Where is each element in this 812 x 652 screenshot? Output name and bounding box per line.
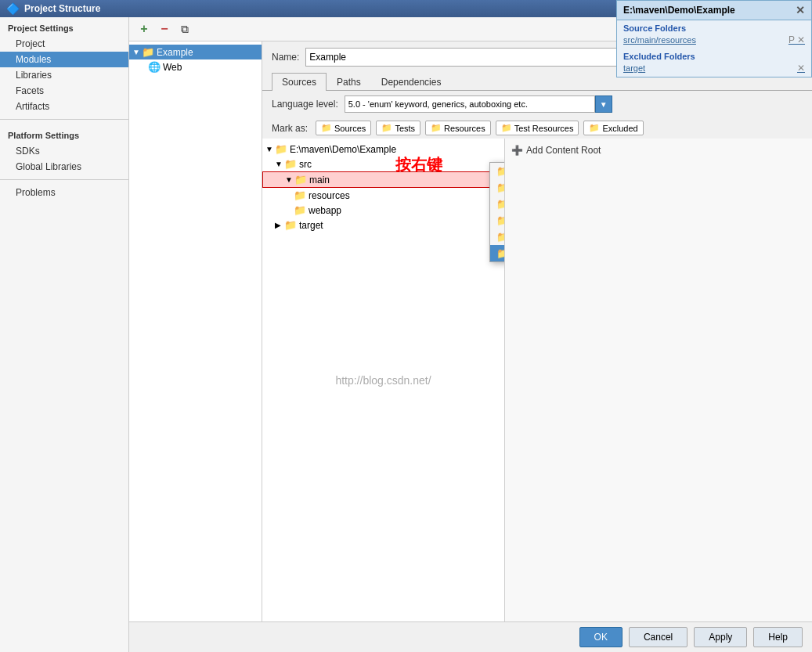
folder-icon-webapp: 📁	[294, 204, 306, 216]
project-settings-label: Project Settings	[0, 17, 128, 36]
ctx-resources-icon: 📁	[496, 198, 505, 210]
sidebar-item-facets[interactable]: Facets	[0, 83, 128, 99]
folder-icon-target: 📁	[284, 219, 297, 231]
test-resources-icon: 📁	[501, 123, 512, 133]
ctx-tests-icon: 📁	[496, 182, 505, 193]
tests-icon: 📁	[381, 123, 392, 133]
sidebar-item-artifacts[interactable]: Artifacts	[0, 99, 128, 114]
content-area: + − ⧉ ▼ 📁 Example 🌐 Web	[129, 17, 812, 652]
tree-item-src[interactable]: ▼ 📁 src	[262, 157, 504, 171]
name-label: Name:	[272, 52, 299, 63]
folder-icon: 📁	[142, 46, 154, 58]
remove-button[interactable]: −	[156, 20, 173, 38]
tree-item-webapp[interactable]: 📁 webapp	[262, 203, 504, 218]
tree-label-example: Example	[157, 47, 193, 58]
bottom-bar: OK Cancel Apply Help	[129, 621, 812, 652]
sources-icon: 📁	[321, 123, 332, 133]
details-panel: Name: Sources Paths Dependencies Languag…	[262, 41, 812, 621]
info-panel: ➕ Add Content Root E:\maven\Demo\Example…	[505, 139, 812, 621]
help-button[interactable]: Help	[753, 627, 803, 647]
ctx-resources[interactable]: 📁 Resources	[490, 196, 505, 212]
ctx-excluded-icon: 📁	[496, 231, 505, 243]
ctx-sources-icon: 📁	[496, 165, 505, 177]
ctx-sources[interactable]: 📁 Sources Alt+S	[490, 163, 505, 179]
tree-item-web[interactable]: 🌐 Web	[129, 59, 262, 74]
ctx-test-resources[interactable]: 📁 Test Resources	[490, 212, 505, 229]
main-container: Project Settings Project Modules Librari…	[0, 17, 812, 652]
folder-icon-main: 📁	[294, 174, 307, 186]
arrow-icon: ▼	[265, 145, 275, 153]
file-tree-area: ▼ 📁 E:\maven\Demo\Example ▼ 📁 src ▼	[262, 139, 505, 621]
language-level-dropdown-btn[interactable]: ▼	[595, 95, 612, 113]
tree-item-example[interactable]: ▼ 📁 Example	[129, 45, 262, 59]
language-level-label: Language level:	[272, 99, 338, 110]
platform-settings-label: Platform Settings	[0, 124, 128, 143]
sidebar: Project Settings Project Modules Librari…	[0, 17, 129, 652]
label-resources: resources	[309, 190, 350, 201]
add-content-root-text: Add Content Root	[526, 145, 601, 156]
tree-arrow: ▼	[132, 48, 142, 56]
tree-item-resources[interactable]: 📁 resources	[262, 188, 504, 203]
sidebar-divider	[0, 119, 128, 120]
sidebar-item-libraries[interactable]: Libraries	[0, 67, 128, 83]
ok-button[interactable]: OK	[579, 627, 623, 647]
arrow-icon: ▶	[275, 221, 284, 229]
title-bar-text: Project Structure	[24, 3, 100, 14]
mark-excluded-button[interactable]: 📁 Excluded	[583, 121, 643, 135]
ctx-excluded[interactable]: 📁 Excluded Alt+E	[490, 229, 505, 245]
split-pane: ▼ 📁 Example 🌐 Web Name: Sources	[129, 41, 812, 621]
arrow-icon: ▼	[275, 160, 284, 168]
cancel-button[interactable]: Cancel	[629, 627, 687, 647]
label-main: main	[309, 175, 330, 186]
mark-test-resources-button[interactable]: 📁 Test Resources	[496, 121, 579, 135]
app-icon: 🔷	[6, 2, 20, 15]
resources-icon: 📁	[431, 123, 442, 133]
sidebar-item-modules[interactable]: Modules	[0, 52, 128, 67]
sidebar-divider-2	[0, 179, 128, 180]
mark-resources-button[interactable]: 📁 Resources	[425, 121, 491, 135]
mark-as-label: Mark as:	[272, 123, 308, 134]
ctx-newfoldr-icon: 📁	[496, 247, 505, 259]
module-tree-panel: ▼ 📁 Example 🌐 Web	[129, 41, 262, 621]
tree-label-web: Web	[163, 62, 182, 73]
tree-item-root-path[interactable]: ▼ 📁 E:\maven\Demo\Example	[262, 142, 504, 157]
mark-tests-button[interactable]: 📁 Tests	[376, 121, 420, 135]
context-menu: 📁 Sources Alt+S 📁 Tests Alt+T	[489, 162, 505, 262]
excluded-icon: 📁	[589, 123, 600, 133]
language-level-select-wrap: ▼	[345, 95, 612, 113]
tree-item-target[interactable]: ▶ 📁 target	[262, 218, 504, 232]
apply-button[interactable]: Apply	[694, 627, 747, 647]
language-level-row: Language level: ▼	[262, 91, 812, 117]
tab-sources[interactable]: Sources	[272, 73, 327, 91]
ctx-new-folder[interactable]: 📁 New Folder...	[490, 245, 505, 261]
sidebar-item-global-libraries[interactable]: Global Libraries	[0, 159, 128, 175]
add-content-root-icon: ➕	[511, 145, 523, 156]
label-src: src	[299, 159, 312, 170]
folder-icon-resources: 📁	[294, 189, 306, 201]
label-target: target	[299, 220, 323, 231]
mark-as-row: Mark as: 📁 Sources 📁 Tests 📁 Resources	[262, 117, 812, 139]
bottom-split: ▼ 📁 E:\maven\Demo\Example ▼ 📁 src ▼	[262, 139, 812, 621]
tab-dependencies[interactable]: Dependencies	[371, 73, 452, 91]
sidebar-item-sdks[interactable]: SDKs	[0, 143, 128, 159]
watermark-text: http://blog.csdn.net/	[335, 374, 431, 387]
label-webapp: webapp	[309, 205, 341, 216]
tab-paths[interactable]: Paths	[327, 73, 371, 91]
label-root: E:\maven\Demo\Example	[290, 144, 396, 155]
ctx-tests[interactable]: 📁 Tests Alt+T	[490, 179, 505, 196]
copy-button[interactable]: ⧉	[176, 20, 193, 38]
folder-icon-src: 📁	[284, 158, 297, 170]
tree-item-main[interactable]: ▼ 📁 main	[262, 171, 504, 188]
ctx-testres-icon: 📁	[496, 214, 505, 226]
web-icon: 🌐	[148, 61, 161, 73]
sidebar-item-project[interactable]: Project	[0, 36, 128, 52]
sidebar-item-problems[interactable]: Problems	[0, 185, 128, 200]
arrow-icon: ▼	[285, 175, 294, 184]
language-level-select[interactable]	[345, 95, 595, 113]
mark-sources-button[interactable]: 📁 Sources	[316, 121, 371, 135]
add-button[interactable]: +	[135, 20, 153, 38]
folder-icon-root: 📁	[275, 143, 287, 155]
